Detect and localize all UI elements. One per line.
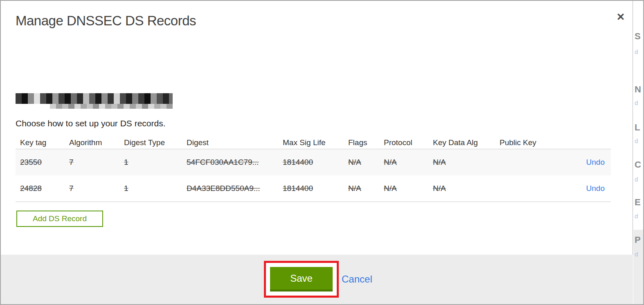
table-row: 23550 7 1 54FCF030AA1C79... 1814400 N/A … [16, 149, 611, 175]
cell-digest-type: 1 [124, 184, 187, 193]
ds-records-table: Key tag Algorithm Digest Type Digest Max… [16, 136, 611, 202]
table-body: 23550 7 1 54FCF030AA1C79... 1814400 N/A … [16, 149, 611, 202]
save-button[interactable]: Save [270, 267, 333, 292]
undo-link[interactable]: Undo [586, 184, 605, 193]
cell-digest: D4A33E8DD550A9... [187, 184, 283, 193]
cell-key-data-alg: N/A [433, 184, 500, 193]
header-key-data-alg: Key Data Alg [433, 138, 500, 147]
background-page-strip: S d N d L d C d E d P d [633, 1, 643, 304]
modal-footer: Save Cancel [1, 255, 633, 304]
modal-title: Manage DNSSEC DS Records [16, 13, 196, 29]
background-text-fragment: C [635, 159, 641, 170]
cell-digest: 54FCF030AA1C79... [187, 158, 283, 167]
header-flags: Flags [348, 138, 384, 147]
cell-protocol: N/A [384, 158, 433, 167]
cell-flags: N/A [348, 158, 384, 167]
background-text-fragment: S [635, 31, 641, 42]
header-key-tag: Key tag [20, 138, 69, 147]
intro-text: Choose how to set up your DS records. [16, 119, 166, 128]
cell-key-tag: 23550 [20, 158, 69, 167]
background-link-fragment: d [635, 48, 638, 55]
cell-digest-type: 1 [124, 158, 187, 167]
cell-flags: N/A [348, 184, 384, 193]
header-public-key: Public Key [500, 138, 557, 147]
manage-dnssec-modal: Manage DNSSEC DS Records ✕ [1, 1, 633, 304]
background-link-fragment: d [635, 251, 638, 258]
header-protocol: Protocol [384, 138, 433, 147]
cell-max-sig-life: 1814400 [283, 184, 348, 193]
screenshot-page: Manage DNSSEC DS Records ✕ [0, 0, 644, 305]
background-text-fragment: E [635, 197, 641, 208]
redacted-domain-name [16, 93, 173, 110]
header-digest-type: Digest Type [124, 138, 187, 147]
header-max-sig-life: Max Sig Life [283, 138, 348, 147]
background-link-fragment: d [635, 176, 638, 183]
save-annotation-red-box: Save [264, 261, 339, 298]
background-link-fragment: d [635, 99, 638, 106]
background-text-fragment: N [635, 84, 641, 95]
header-digest: Digest [187, 138, 283, 147]
cell-max-sig-life: 1814400 [283, 158, 348, 167]
cell-algorithm: 7 [69, 184, 124, 193]
cell-key-data-alg: N/A [433, 158, 500, 167]
close-icon[interactable]: ✕ [614, 10, 628, 24]
background-link-fragment: d [635, 213, 638, 220]
cell-key-tag: 24828 [20, 184, 69, 193]
background-link-fragment: d [635, 137, 638, 144]
table-row: 24828 7 1 D4A33E8DD550A9... 1814400 N/A … [16, 175, 611, 202]
add-ds-record-button[interactable]: Add DS Record [16, 211, 103, 227]
header-algorithm: Algorithm [69, 138, 124, 147]
cancel-link[interactable]: Cancel [342, 274, 372, 285]
cell-protocol: N/A [384, 184, 433, 193]
background-text-fragment: P [635, 235, 641, 245]
undo-link[interactable]: Undo [586, 158, 605, 166]
background-text-fragment: L [635, 122, 640, 133]
cell-algorithm: 7 [69, 158, 124, 167]
table-header-row: Key tag Algorithm Digest Type Digest Max… [16, 136, 611, 149]
